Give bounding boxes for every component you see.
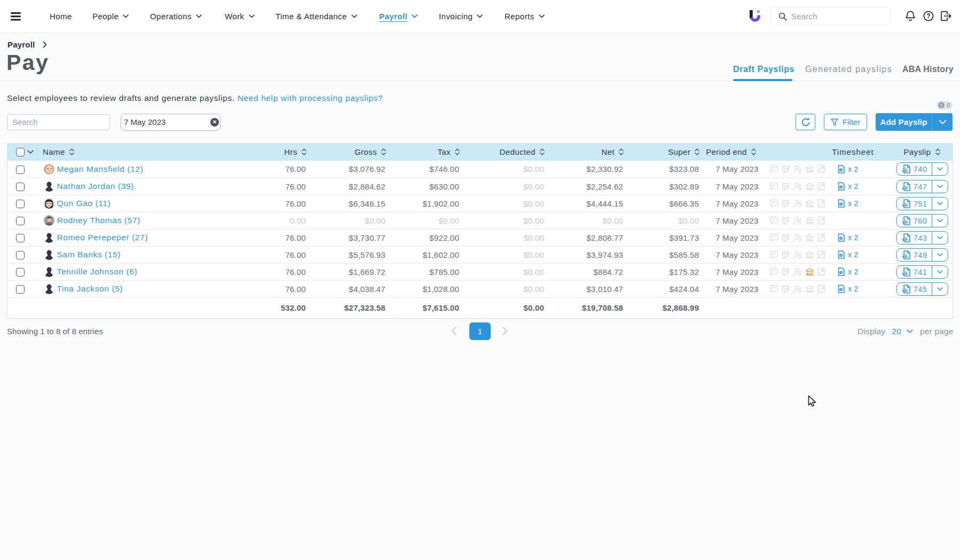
svg-text:PDF: PDF	[902, 220, 907, 223]
svg-text:PDF: PDF	[902, 186, 907, 189]
svg-text:PDF: PDF	[902, 272, 907, 274]
svg-text:PDF: PDF	[902, 203, 907, 206]
svg-text:?: ?	[926, 12, 930, 20]
svg-text:PDF: PDF	[902, 238, 907, 240]
svg-text:PDF: PDF	[902, 289, 907, 291]
svg-text:PDF: PDF	[902, 255, 907, 257]
svg-text:PDF: PDF	[902, 169, 907, 172]
